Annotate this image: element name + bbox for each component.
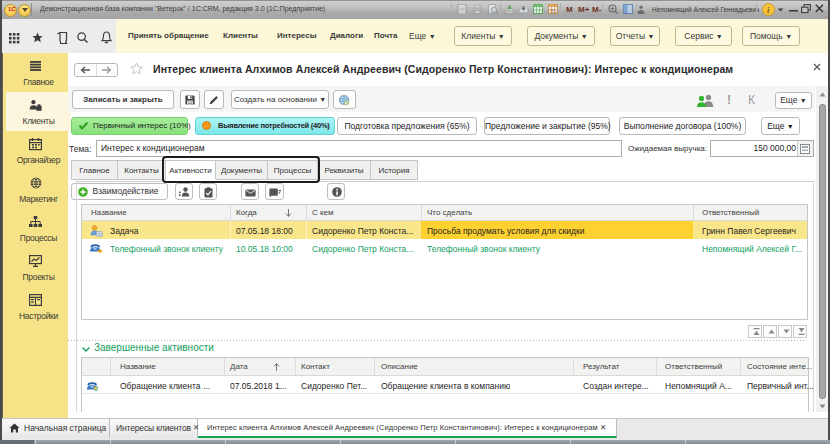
svg-text:31: 31	[550, 8, 557, 14]
